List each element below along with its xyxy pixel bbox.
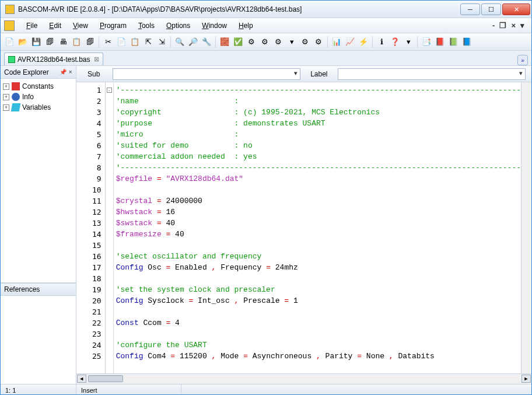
toolbar-btn-0[interactable]: 📄 (3, 36, 16, 48)
code-explorer-title: Code Explorer 📌× (1, 66, 76, 79)
menu-program[interactable]: Program (94, 20, 132, 31)
file-tab-label: AVRX128db64-test.bas (18, 55, 90, 64)
tree-node-constants[interactable]: +Constants (3, 81, 74, 92)
toolbar-btn-36[interactable]: 📕 (433, 36, 446, 48)
toolbar-btn-33[interactable]: ▾ (402, 36, 415, 48)
vertical-scrollbar[interactable] (521, 82, 531, 373)
toolbar-btn-21[interactable]: ⚙ (258, 36, 271, 48)
label-label: Label (307, 70, 331, 78)
toolbar-btn-19[interactable]: ✅ (232, 36, 244, 48)
horizontal-scrollbar[interactable]: ◄► (76, 373, 531, 384)
file-tab[interactable]: AVRX128db64-test.bas ⊠ (4, 53, 103, 65)
toolbar-chevron-icon[interactable]: ▾ (519, 21, 526, 30)
menu-tools[interactable]: Tools (132, 20, 160, 31)
toolbar-btn-2[interactable]: 💾 (30, 36, 43, 48)
menu-file[interactable]: File (20, 20, 43, 31)
status-bar: 1: 1 Insert (1, 384, 531, 395)
toolbar-btn-37[interactable]: 📗 (447, 36, 460, 48)
toolbar-btn-18[interactable]: 🧱 (218, 36, 231, 48)
file-icon (8, 56, 15, 63)
app-icon-small (4, 20, 15, 31)
fold-column[interactable]: - (106, 82, 114, 373)
toolbar-btn-1[interactable]: 📂 (16, 36, 29, 48)
toolbar-btn-8[interactable]: ✂ (102, 36, 114, 48)
toolbar-btn-9[interactable]: 📄 (115, 36, 128, 48)
mdi-close-icon[interactable]: × (510, 21, 517, 30)
toolbar-btn-23[interactable]: ▾ (285, 36, 298, 48)
toolbar-btn-15[interactable]: 🔎 (187, 36, 200, 48)
title-bar: BASCOM-AVR IDE [2.0.8.4] - [D:\DATA\Apps… (1, 1, 531, 18)
toolbar-btn-6[interactable]: 🗐 (83, 36, 96, 48)
window-title: BASCOM-AVR IDE [2.0.8.4] - [D:\DATA\Apps… (18, 5, 460, 13)
tree-node-variables[interactable]: +Variables (3, 102, 74, 113)
toolbar-btn-14[interactable]: 🔍 (173, 36, 186, 48)
app-icon (5, 5, 15, 14)
toolbar-btn-22[interactable]: ⚙ (272, 36, 285, 48)
toolbar-btn-35[interactable]: 📑 (420, 36, 433, 48)
minimize-button[interactable]: ─ (460, 4, 480, 15)
maximize-button[interactable]: ☐ (481, 4, 501, 15)
mdi-restore-icon[interactable]: ❐ (498, 21, 508, 30)
menu-options[interactable]: Options (160, 20, 196, 31)
references-panel (1, 296, 76, 384)
sub-label: Sub (82, 70, 106, 78)
toolbar-btn-5[interactable]: 📋 (70, 36, 83, 48)
toolbar-btn-16[interactable]: 🔧 (200, 36, 213, 48)
toolbar-btn-27[interactable]: 📊 (330, 36, 343, 48)
cursor-position: 1: 1 (1, 384, 76, 395)
menu-view[interactable]: View (67, 20, 94, 31)
code-area[interactable]: '---------------------------------------… (114, 82, 521, 373)
insert-mode: Insert (76, 384, 181, 395)
toolbar-btn-38[interactable]: 📘 (460, 36, 473, 48)
close-button[interactable]: ✕ (502, 4, 530, 15)
toolbar-btn-25[interactable]: ⚙ (312, 36, 325, 48)
label-combo[interactable] (338, 68, 526, 80)
toolbar-btn-3[interactable]: 🗐 (43, 36, 56, 48)
toolbar-btn-4[interactable]: 🖶 (57, 36, 69, 48)
sub-combo[interactable] (113, 68, 300, 80)
pin-icon[interactable]: 📌 (60, 69, 66, 75)
toolbar-btn-28[interactable]: 📈 (344, 36, 356, 48)
references-title: References (1, 283, 76, 296)
toolbar: 📄📂💾🗐🖶📋🗐✂📄📋⇱⇲🔍🔎🔧🧱✅⚙⚙⚙▾⚙⚙📊📈⚡ℹ❓▾📑📕📗📘 (1, 33, 531, 51)
menu-window[interactable]: Window (196, 20, 233, 31)
toolbar-btn-12[interactable]: ⇲ (155, 36, 168, 48)
toolbar-btn-29[interactable]: ⚡ (357, 36, 370, 48)
toolbar-btn-10[interactable]: 📋 (128, 36, 141, 48)
mdi-minimize-icon[interactable]: - (491, 21, 496, 30)
toolbar-btn-11[interactable]: ⇱ (142, 36, 155, 48)
sub-label-bar: Sub Label (76, 66, 531, 82)
tab-close-icon[interactable]: ⊠ (94, 55, 99, 63)
panel-close-icon[interactable]: × (69, 69, 72, 75)
menu-bar: FileEditViewProgramToolsOptionsWindowHel… (1, 18, 531, 33)
tree-node-info[interactable]: +Info (3, 92, 74, 102)
code-editor[interactable]: 1234567891011121314151617181920212223242… (76, 82, 531, 373)
menu-edit[interactable]: Edit (43, 20, 67, 31)
code-explorer-tree[interactable]: +Constants+Info+Variables (1, 79, 76, 283)
toolbar-btn-32[interactable]: ❓ (388, 36, 401, 48)
tabs-chevron-icon[interactable]: » (517, 55, 528, 65)
toolbar-btn-31[interactable]: ℹ (375, 36, 388, 48)
menu-help[interactable]: Help (233, 20, 259, 31)
file-tabs: AVRX128db64-test.bas ⊠ » (1, 51, 531, 66)
toolbar-btn-20[interactable]: ⚙ (245, 36, 258, 48)
toolbar-btn-24[interactable]: ⚙ (299, 36, 312, 48)
line-gutter: 1234567891011121314151617181920212223242… (76, 82, 106, 373)
